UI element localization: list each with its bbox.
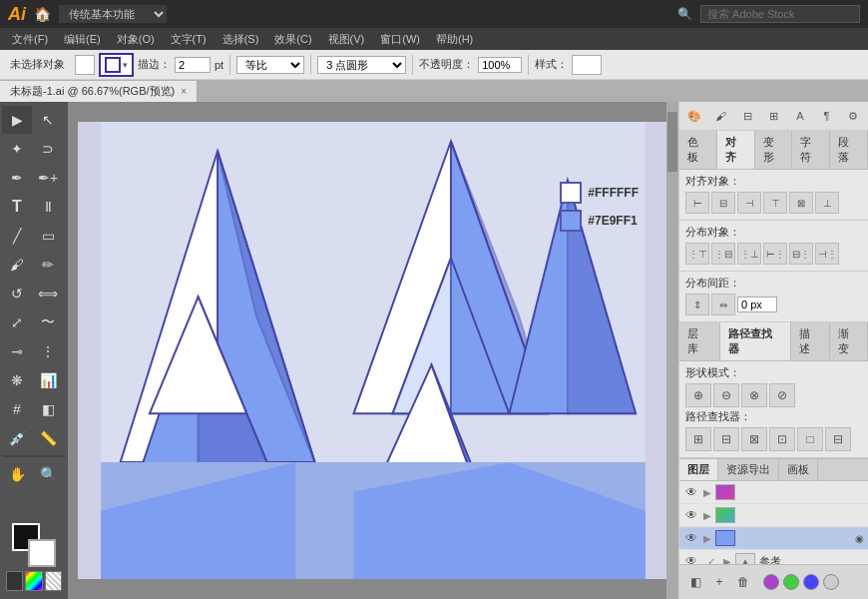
color-circle-green[interactable] xyxy=(783,574,799,590)
fill-color-box[interactable] xyxy=(75,55,95,75)
dist-vcenter-btn[interactable]: ⋮⊟ xyxy=(711,243,735,265)
color-mode-btn[interactable] xyxy=(6,571,23,591)
menu-help[interactable]: 帮助(H) xyxy=(428,30,481,49)
menu-file[interactable]: 文件(F) xyxy=(4,30,56,49)
tab-describe[interactable]: 描述 xyxy=(791,322,829,360)
layer-visibility-3[interactable]: 👁 xyxy=(683,530,699,546)
background-color[interactable] xyxy=(28,539,56,567)
intersect-btn[interactable]: ⊗ xyxy=(741,383,767,407)
color-swatch-icon[interactable]: 🎨 xyxy=(683,105,705,127)
tab-layers-lib[interactable]: 层 库 xyxy=(679,322,720,360)
scrollbar-thumb[interactable] xyxy=(667,112,677,172)
gradient-tool[interactable]: ◧ xyxy=(33,395,63,423)
align-left-btn[interactable]: ⊢ xyxy=(685,192,709,214)
layer-visibility-2[interactable]: 👁 xyxy=(683,507,699,523)
layer-visibility-1[interactable]: 👁 xyxy=(683,484,699,500)
symbol-sprayer-tool[interactable]: ❋ xyxy=(2,366,32,394)
reflect-tool[interactable]: ⟺ xyxy=(33,280,63,307)
tab-char[interactable]: 字符 xyxy=(792,131,830,169)
tab-para[interactable]: 段落 xyxy=(830,131,868,169)
align-center-h-btn[interactable]: ⊟ xyxy=(711,192,735,214)
align-bottom-btn[interactable]: ⊥ xyxy=(815,192,839,214)
dist-left-btn[interactable]: ⊢⋮ xyxy=(763,243,787,265)
tab-assets[interactable]: 资源导出 xyxy=(718,459,779,480)
style-color-box[interactable] xyxy=(572,55,602,75)
gradient-mode-btn[interactable] xyxy=(25,571,42,591)
layer-row-3[interactable]: 👁 ▶ ◉ xyxy=(679,527,868,550)
document-tab[interactable]: 未标题-1.ai @ 66.67%(RGB/预览) × xyxy=(0,81,198,102)
layer-visibility-ref[interactable]: 👁 xyxy=(683,553,699,564)
menu-type[interactable]: 文字(T) xyxy=(163,30,215,49)
align-icon[interactable]: ⊟ xyxy=(736,105,758,127)
settings-icon[interactable]: ⚙ xyxy=(842,105,864,127)
hand-tool[interactable]: ✋ xyxy=(2,460,32,488)
menu-window[interactable]: 窗口(W) xyxy=(372,30,428,49)
tab-color-swatch[interactable]: 色板 xyxy=(679,131,717,169)
layer-row-2[interactable]: 👁 ▶ xyxy=(679,504,868,527)
dist-top-btn[interactable]: ⋮⊤ xyxy=(685,243,709,265)
lasso-tool[interactable]: ⊃ xyxy=(33,135,63,163)
exclude-btn[interactable]: ⊘ xyxy=(769,383,795,407)
dist-spacing-input[interactable] xyxy=(737,297,777,312)
tab-close-button[interactable]: × xyxy=(181,86,187,97)
column-graph-tool[interactable]: 📊 xyxy=(33,366,63,394)
v-scrollbar[interactable] xyxy=(666,102,678,599)
minus-back-btn[interactable]: ⊟ xyxy=(825,427,851,451)
transform-icon[interactable]: ⊞ xyxy=(763,105,785,127)
unite-btn[interactable]: ⊕ xyxy=(685,383,711,407)
paragraph-icon[interactable]: ¶ xyxy=(816,105,838,127)
crop-btn[interactable]: ⊡ xyxy=(769,427,795,451)
brush-icon[interactable]: 🖌 xyxy=(710,105,732,127)
zoom-tool[interactable]: 🔍 xyxy=(33,460,63,488)
dist-bottom-btn[interactable]: ⋮⊥ xyxy=(737,243,761,265)
paintbrush-tool[interactable]: 🖌 xyxy=(2,251,32,279)
measure-tool[interactable]: 📏 xyxy=(33,424,63,452)
dist-spacing-h-btn[interactable]: ⇔ xyxy=(711,294,735,315)
align-right-btn[interactable]: ⊣ xyxy=(737,192,761,214)
menu-edit[interactable]: 编辑(E) xyxy=(56,30,109,49)
minus-front-btn[interactable]: ⊖ xyxy=(713,383,739,407)
add-layer-btn[interactable]: + xyxy=(709,572,729,592)
menu-effect[interactable]: 效果(C) xyxy=(266,30,319,49)
menu-select[interactable]: 选择(S) xyxy=(215,30,267,49)
line-style-selector[interactable]: 等比 xyxy=(236,56,304,74)
pen-tool[interactable]: ✒ xyxy=(2,164,32,192)
eyedropper-tool[interactable]: 💉 xyxy=(2,424,32,452)
stroke-value-input[interactable] xyxy=(175,57,211,73)
workspace-selector[interactable]: 传统基本功能 xyxy=(59,5,167,23)
brush-shape-selector[interactable]: 3 点圆形 xyxy=(317,56,406,74)
delete-layer-btn[interactable]: 🗑 xyxy=(733,572,753,592)
magic-wand-tool[interactable]: ✦ xyxy=(2,135,32,163)
character-icon[interactable]: A xyxy=(789,105,811,127)
align-top-btn[interactable]: ⊤ xyxy=(763,192,787,214)
touch-type-tool[interactable]: Ⅱ xyxy=(33,193,63,221)
dist-spacing-v-btn[interactable]: ⇕ xyxy=(685,294,709,315)
layer-row-1[interactable]: 👁 ▶ xyxy=(679,481,868,504)
type-tool[interactable]: T xyxy=(2,193,32,221)
color-circle-blue[interactable] xyxy=(803,574,819,590)
add-anchor-tool[interactable]: ✒+ xyxy=(33,164,63,192)
blend-tool[interactable]: ⋮ xyxy=(33,337,63,365)
outline-btn[interactable]: □ xyxy=(797,427,823,451)
menu-view[interactable]: 视图(V) xyxy=(320,30,373,49)
tab-pathfinder[interactable]: 路径查找器 xyxy=(720,322,791,360)
rect-tool[interactable]: ▭ xyxy=(33,222,63,250)
color-circle-gray[interactable] xyxy=(823,574,839,590)
select-tool[interactable]: ▶ xyxy=(2,106,32,134)
make-mask-btn[interactable]: ◧ xyxy=(685,572,705,592)
align-center-v-btn[interactable]: ⊠ xyxy=(789,192,813,214)
merge-btn[interactable]: ⊠ xyxy=(741,427,767,451)
opacity-input[interactable] xyxy=(478,57,522,73)
tab-gradient[interactable]: 渐变 xyxy=(830,322,868,360)
tab-align[interactable]: 对齐 xyxy=(717,131,755,169)
dist-right-btn[interactable]: ⊣⋮ xyxy=(815,243,839,265)
menu-object[interactable]: 对象(O) xyxy=(109,30,163,49)
direct-select-tool[interactable]: ↖ xyxy=(33,106,63,134)
tab-artboards[interactable]: 画板 xyxy=(779,459,818,480)
layer-row-ref[interactable]: 👁 ✓ ▶ ▲ 参考 xyxy=(679,550,868,564)
canvas-area[interactable]: #FFFFFF #7E9FF1 xyxy=(68,102,678,599)
divide-btn[interactable]: ⊞ xyxy=(685,427,711,451)
none-mode-btn[interactable] xyxy=(45,571,62,591)
trim-btn[interactable]: ⊟ xyxy=(713,427,739,451)
tab-layers[interactable]: 图层 xyxy=(679,459,718,480)
